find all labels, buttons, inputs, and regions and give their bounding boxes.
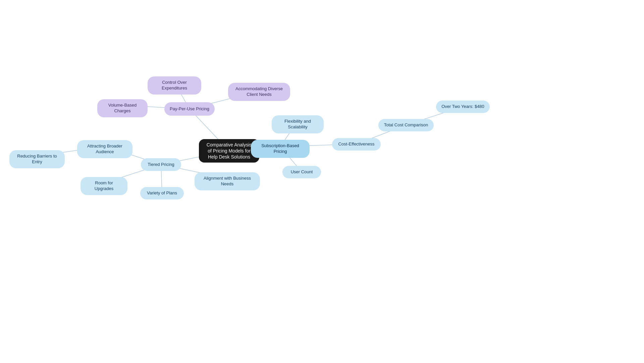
node-reducing: Reducing Barriers to Entry — [9, 150, 65, 168]
node-flexibility: Flexibility and Scalability — [272, 115, 324, 133]
center-node: Comparative Analysis of Pricing Models f… — [199, 139, 259, 163]
node-variety-plans: Variety of Plans — [140, 187, 184, 199]
node-alignment: Alignment with Business Needs — [195, 172, 260, 190]
node-attracting: Attracting Broader Audience — [77, 140, 132, 158]
node-user-count: User Count — [282, 166, 321, 178]
node-control-expenditures: Control Over Expenditures — [148, 76, 201, 95]
node-total-cost: Total Cost Comparison — [378, 119, 434, 131]
node-cost-effectiveness: Cost-Effectiveness — [332, 138, 381, 150]
node-pay-per-use: Pay-Per-Use Pricing — [164, 102, 215, 116]
node-subscription: Subscription-Based Pricing — [251, 140, 310, 158]
node-room-upgrades: Room for Upgrades — [80, 177, 127, 195]
node-over-two-years: Over Two Years: $480 — [436, 101, 490, 113]
node-accommodating: Accommodating Diverse Client Needs — [228, 83, 290, 101]
node-volume-based: Volume-Based Charges — [97, 99, 148, 117]
mind-map: Comparative Analysis of Pricing Models f… — [0, 0, 644, 363]
node-tiered-pricing: Tiered Pricing — [141, 158, 181, 171]
